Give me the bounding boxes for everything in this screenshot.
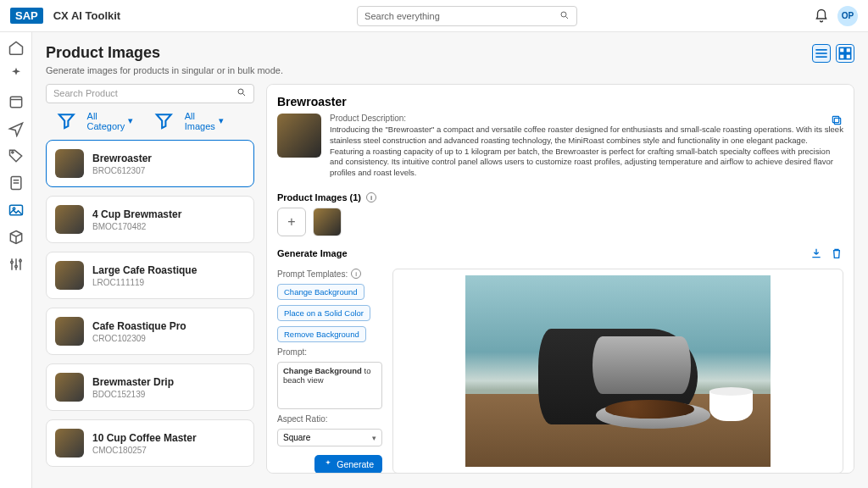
product-image-thumb[interactable] [313, 208, 342, 236]
product-main-thumb [277, 114, 321, 158]
top-bar: SAP CX AI Toolkit Search everything OP [0, 0, 868, 32]
product-name: Brewroaster [92, 152, 152, 164]
rail-send-icon[interactable] [8, 120, 25, 137]
aspect-ratio-select[interactable]: Square ▾ [277, 429, 382, 446]
product-card[interactable]: Brewmaster Drip BDOC152139 [46, 363, 254, 411]
generate-image-label: Generate Image [277, 248, 348, 258]
product-name: 10 Cup Coffee Master [92, 432, 197, 444]
product-name: Large Cafe Roastique [92, 264, 197, 276]
rail-home-icon[interactable] [8, 39, 25, 56]
product-card[interactable]: Large Cafe Roastique LROC111119 [46, 252, 254, 299]
product-name: Brewmaster Drip [92, 376, 174, 388]
svg-point-14 [14, 265, 17, 268]
view-bulk-button[interactable] [836, 44, 854, 63]
info-icon[interactable]: i [366, 192, 376, 202]
rail-document-icon[interactable] [8, 175, 25, 191]
product-search-input[interactable]: Search Product [46, 84, 254, 103]
filter-images[interactable]: All Images ▾ [147, 110, 224, 131]
svg-point-4 [11, 152, 13, 153]
prompt-input[interactable]: Change Background to beach view [277, 362, 382, 409]
rail-image-icon[interactable] [8, 202, 25, 219]
product-images-section-label: Product Images (1) i [277, 192, 843, 202]
global-search-input[interactable]: Search everything [357, 6, 577, 26]
template-change-background[interactable]: Change Background [277, 284, 364, 300]
product-thumb [55, 429, 84, 458]
detail-title: Brewroaster [277, 95, 843, 108]
product-code: CMOC180257 [92, 446, 197, 455]
svg-line-24 [243, 94, 246, 97]
product-card[interactable]: Brewroaster BROC612307 [46, 140, 254, 187]
rail-settings-icon[interactable] [8, 256, 25, 273]
product-thumb [55, 205, 84, 234]
svg-rect-26 [832, 116, 838, 122]
search-icon [236, 87, 247, 99]
svg-rect-20 [846, 47, 851, 53]
sap-logo: SAP [10, 8, 43, 24]
add-image-button[interactable]: + [277, 208, 306, 236]
product-card[interactable]: 4 Cup Brewmaster BMOC170482 [46, 196, 254, 243]
product-name: 4 Cup Brewmaster [92, 208, 181, 220]
svg-point-23 [238, 89, 243, 94]
template-solid-color[interactable]: Place on a Solid Color [277, 305, 370, 321]
left-rail [0, 32, 32, 488]
product-card[interactable]: 10 Cup Coffee Master CMOC180257 [46, 419, 254, 467]
product-card[interactable]: Cafe Roastique Pro CROC102309 [46, 308, 254, 355]
template-remove-background[interactable]: Remove Background [277, 326, 366, 342]
svg-point-15 [19, 260, 21, 263]
svg-line-1 [566, 16, 569, 19]
svg-rect-22 [846, 54, 851, 59]
rail-calendar-icon[interactable] [8, 93, 25, 110]
view-list-button[interactable] [812, 44, 831, 63]
copy-icon[interactable] [830, 114, 843, 127]
product-code: BDOC152139 [92, 390, 174, 399]
rail-sparkle-icon[interactable] [8, 66, 25, 83]
generated-image-preview [392, 269, 843, 474]
product-code: BROC612307 [92, 166, 152, 175]
rail-tag-icon[interactable] [8, 147, 25, 164]
prompt-templates-label: Prompt Templates: i [277, 269, 382, 279]
user-avatar[interactable]: OP [837, 6, 858, 26]
product-thumb [55, 317, 84, 346]
product-thumb [55, 261, 84, 290]
product-thumb [55, 149, 84, 178]
prompt-label: Prompt: [277, 347, 382, 357]
svg-rect-21 [839, 54, 844, 59]
aspect-ratio-label: Aspect Ratio: [277, 414, 382, 424]
filter-category[interactable]: All Category ▾ [49, 110, 133, 131]
product-description: Introducing the "Brewroaster" a compact … [330, 125, 843, 179]
svg-point-13 [10, 261, 13, 263]
description-label: Product Description: [330, 114, 843, 123]
delete-icon[interactable] [830, 247, 843, 260]
product-code: BMOC170482 [92, 222, 181, 231]
generate-button[interactable]: Generate [314, 455, 382, 474]
chevron-down-icon: ▾ [219, 115, 224, 126]
svg-point-0 [561, 12, 566, 17]
page-subtitle: Generate images for products in singular… [46, 65, 283, 75]
product-thumb [55, 373, 84, 402]
chevron-down-icon: ▾ [372, 434, 376, 442]
svg-rect-25 [834, 118, 840, 124]
page-title: Product Images [46, 44, 283, 62]
chevron-down-icon: ▾ [128, 115, 133, 126]
product-code: CROC102309 [92, 334, 186, 343]
product-code: LROC111119 [92, 278, 197, 287]
svg-rect-19 [839, 47, 844, 53]
svg-rect-2 [10, 97, 21, 108]
search-icon [559, 10, 570, 22]
app-title: CX AI Toolkit [53, 9, 120, 22]
download-icon[interactable] [810, 247, 823, 260]
product-name: Cafe Roastique Pro [92, 320, 186, 332]
info-icon[interactable]: i [351, 269, 361, 279]
rail-box-icon[interactable] [8, 229, 25, 246]
notifications-icon[interactable] [814, 8, 829, 24]
